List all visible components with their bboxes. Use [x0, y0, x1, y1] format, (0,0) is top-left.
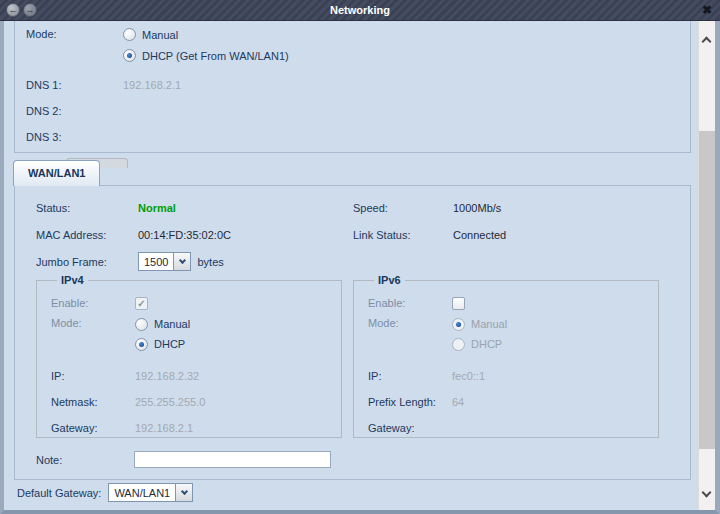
speed-value: 1000Mb/s [453, 194, 690, 221]
ipv4-enable-row: Enable: [51, 292, 341, 314]
link-status-value: Connected [453, 221, 690, 248]
close-icon[interactable]: ✖ [702, 3, 712, 17]
default-gateway-select[interactable]: WAN/LAN1 [108, 483, 193, 502]
radio-label[interactable]: Manual [154, 318, 190, 330]
ipv6-mode-option-dhcp: DHCP [452, 334, 507, 354]
ipv6-mode-row: Mode: Manual DHCP [368, 314, 658, 354]
chevron-down-icon[interactable] [173, 253, 190, 270]
dns3-row: DNS 3: [15, 124, 690, 150]
status-grid: Status: Normal Speed: 1000Mb/s MAC Addre… [15, 194, 690, 275]
speed-label: Speed: [353, 194, 453, 221]
radio-icon [452, 338, 465, 351]
radio-icon[interactable] [123, 28, 136, 41]
ipv6-mode-option-manual: Manual [452, 314, 507, 334]
dialog-body: Mode: Manual DHCP (Get From WAN/LAN1) DN [0, 21, 720, 514]
radio-icon[interactable] [135, 318, 148, 331]
tab-wan-lan1[interactable]: WAN/LAN1 [13, 160, 100, 186]
ipv4-netmask-label: Netmask: [51, 396, 135, 408]
ipv4-mode-option-dhcp[interactable]: DHCP [135, 334, 190, 354]
title-bar: ← → Networking ✖ [0, 0, 720, 21]
ipv6-enable-label: Enable: [368, 297, 452, 309]
ipv4-ip-value: 192.168.2.32 [135, 370, 199, 382]
ipv4-enable-label: Enable: [51, 297, 135, 309]
radio-checked-icon[interactable] [123, 49, 136, 62]
ipv4-enable-checkbox-icon [135, 297, 148, 310]
ipv4-gateway-label: Gateway: [51, 422, 135, 434]
ipv6-gateway-label: Gateway: [368, 422, 452, 434]
radio-label[interactable]: DHCP [154, 338, 185, 350]
dns-mode-radio-group: Manual DHCP (Get From WAN/LAN1) [123, 24, 289, 66]
wan-lan1-panel: Status: Normal Speed: 1000Mb/s MAC Addre… [14, 185, 691, 480]
scroll-up-icon[interactable] [702, 37, 712, 47]
dns1-label: DNS 1: [26, 79, 123, 91]
ipv4-ip-label: IP: [51, 370, 135, 382]
global-settings-panel: Mode: Manual DHCP (Get From WAN/LAN1) DN [14, 21, 691, 153]
jumbo-frame-unit: bytes [197, 256, 223, 268]
ipv6-legend: IPv6 [374, 274, 405, 286]
ipv4-ip-row: IP: 192.168.2.32 [51, 363, 341, 389]
ipv6-mode-label: Mode: [368, 314, 452, 329]
scroll-down-icon[interactable] [702, 488, 712, 498]
ipv4-mode-option-manual[interactable]: Manual [135, 314, 190, 334]
ipv6-ip-value: fec0::1 [452, 370, 485, 382]
ipv4-legend: IPv4 [57, 274, 88, 286]
ipv4-fieldset: IPv4 Enable: Mode: Manual [36, 274, 342, 438]
default-gateway-label: Default Gateway: [17, 487, 101, 499]
ipv6-ip-label: IP: [368, 370, 452, 382]
note-input[interactable] [134, 451, 331, 468]
mac-label: MAC Address: [36, 221, 138, 248]
radio-checked-icon [452, 318, 465, 331]
dns1-row: DNS 1: 192.168.2.1 [15, 72, 690, 98]
dns3-label: DNS 3: [26, 131, 123, 143]
dns-mode-row: Mode: Manual DHCP (Get From WAN/LAN1) [15, 24, 690, 66]
status-label: Status: [36, 194, 138, 221]
ipv6-enable-row: Enable: [368, 292, 658, 314]
interface-tabstrip: WAN/LAN1 [13, 160, 100, 186]
ipv4-netmask-value: 255.255.255.0 [135, 396, 205, 408]
ipv6-fieldset: IPv6 Enable: Mode: Manual [353, 274, 659, 438]
ipv6-prefix-value: 64 [452, 396, 464, 408]
radio-label[interactable]: DHCP (Get From WAN/LAN1) [142, 50, 289, 62]
ipv6-ip-row: IP: fec0::1 [368, 363, 658, 389]
jumbo-frame-label: Jumbo Frame: [36, 248, 138, 275]
jumbo-frame-select[interactable]: 1500 [138, 252, 191, 271]
chevron-down-icon[interactable] [175, 484, 192, 501]
mac-value: 00:14:FD:35:02:0C [138, 221, 353, 248]
ipv4-mode-label: Mode: [51, 314, 135, 329]
dns-mode-option-dhcp[interactable]: DHCP (Get From WAN/LAN1) [123, 45, 289, 66]
ipv6-mode-radio-group: Manual DHCP [452, 314, 507, 354]
default-gateway-value[interactable]: WAN/LAN1 [109, 484, 175, 501]
jumbo-frame-value[interactable]: 1500 [139, 253, 173, 270]
nav-buttons: ← → [6, 3, 37, 17]
ipv6-prefix-label: Prefix Length: [368, 396, 452, 408]
radio-label: Manual [471, 318, 507, 330]
vertical-scrollbar[interactable] [698, 21, 715, 510]
scrollbar-thumb[interactable] [699, 131, 715, 449]
jumbo-frame-control: 1500 bytes [138, 248, 690, 275]
dns2-row: DNS 2: [15, 98, 690, 124]
dialog-content: Mode: Manual DHCP (Get From WAN/LAN1) DN [4, 21, 698, 510]
ipv4-gateway-row: Gateway: 192.168.2.1 [51, 415, 341, 441]
ipv4-mode-radio-group: Manual DHCP [135, 314, 190, 354]
networking-dialog: ← → Networking ✖ Mode: Manual [0, 0, 720, 514]
default-gateway-row: Default Gateway: WAN/LAN1 [17, 483, 193, 502]
link-status-label: Link Status: [353, 221, 453, 248]
window-title: Networking [330, 4, 390, 16]
dns1-value: 192.168.2.1 [123, 79, 181, 91]
ipv4-netmask-row: Netmask: 255.255.255.0 [51, 389, 341, 415]
dns2-label: DNS 2: [26, 105, 123, 117]
radio-label[interactable]: Manual [142, 29, 178, 41]
note-label: Note: [36, 454, 134, 466]
note-row: Note: [36, 451, 331, 468]
radio-checked-icon[interactable] [135, 338, 148, 351]
radio-label: DHCP [471, 338, 502, 350]
dns-mode-label: Mode: [26, 24, 123, 40]
ipv4-mode-row: Mode: Manual DHCP [51, 314, 341, 354]
status-value: Normal [138, 194, 353, 221]
back-icon[interactable]: ← [6, 3, 20, 17]
forward-icon[interactable]: → [23, 3, 37, 17]
ipv6-gateway-row: Gateway: [368, 415, 658, 441]
ipv6-enable-checkbox-icon[interactable] [452, 297, 465, 310]
ipv6-prefix-row: Prefix Length: 64 [368, 389, 658, 415]
dns-mode-option-manual[interactable]: Manual [123, 24, 289, 45]
